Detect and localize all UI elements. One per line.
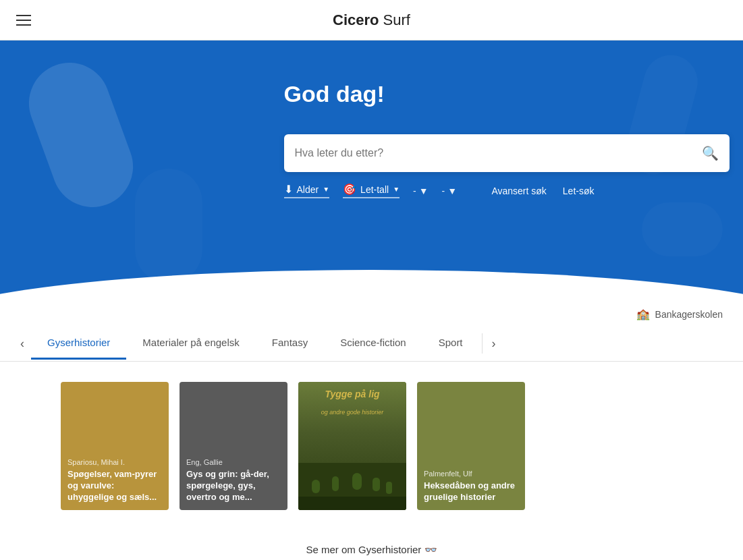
books-section: Spariosu, Mihai I. Spøgelser, vam-pyrer …: [0, 362, 743, 524]
hero-section: God dag! 🔍 ⬇ Alder ▼ 🎯 Let-tall ▼ - ▼ -: [0, 40, 743, 297]
svg-rect-6: [298, 497, 406, 510]
age-icon: ⬇: [284, 183, 293, 196]
simple-search-link[interactable]: Let-søk: [563, 186, 595, 196]
hero-content: God dag! 🔍 ⬇ Alder ▼ 🎯 Let-tall ▼ - ▼ -: [136, 81, 608, 198]
book-graveyard-illustration: [298, 463, 406, 510]
tab-divider: [482, 333, 483, 354]
filter-range-1[interactable]: - ▼: [413, 186, 429, 196]
tab-prev-arrow[interactable]: ‹: [13, 326, 31, 361]
tabs-container: ‹ Gyserhistorier Materialer på engelsk F…: [0, 326, 743, 362]
lettall-icon: 🎯: [343, 183, 356, 196]
search-icon[interactable]: 🔍: [702, 145, 719, 161]
see-more-section: Se mer om Gyserhistorier 👓: [0, 524, 743, 560]
book-cover-subtitle: og andre gode historier: [298, 409, 406, 416]
svg-rect-3: [352, 473, 362, 490]
book-author: Spariosu, Mihai I.: [67, 458, 162, 466]
tab-gyserhistorier[interactable]: Gyserhistorier: [31, 327, 126, 360]
dash2-chevron-icon: ▼: [447, 186, 457, 196]
svg-rect-4: [373, 478, 380, 491]
search-input[interactable]: [295, 147, 702, 159]
tab-materialer-engelsk[interactable]: Materialer på engelsk: [126, 327, 255, 360]
lettall-chevron-icon: ▼: [393, 186, 400, 193]
svg-rect-5: [386, 482, 392, 494]
book-author: Eng, Gallie: [186, 458, 281, 466]
advanced-search-link[interactable]: Avansert søk: [491, 186, 546, 196]
books-grid: Spariosu, Mihai I. Spøgelser, vam-pyrer …: [61, 382, 682, 510]
svg-rect-2: [332, 476, 339, 491]
book-title: Gys og grin: gå-der, spørgelege, gys, ov…: [186, 469, 281, 503]
school-badge: 🏫 Bankagerskolen: [0, 297, 743, 326]
search-bar: 🔍: [284, 134, 730, 172]
app-title: Cicero Surf: [333, 11, 410, 29]
school-icon: 🏫: [636, 308, 650, 320]
age-chevron-icon: ▼: [323, 186, 329, 193]
decorative-blob-1: [18, 51, 144, 219]
see-more-icon: 👓: [424, 544, 437, 555]
header: Cicero Surf: [0, 0, 743, 40]
tab-fantasy[interactable]: Fantasy: [256, 327, 324, 360]
tab-science-fiction[interactable]: Science-fiction: [324, 327, 422, 360]
book-author: Palmenfelt, Ulf: [424, 470, 518, 478]
dash1-chevron-icon: ▼: [419, 186, 429, 196]
book-cover-title: Tygge på lig: [298, 389, 406, 399]
school-name: Bankagerskolen: [655, 309, 723, 320]
book-card[interactable]: Tygge på lig og andre gode historier: [298, 382, 406, 510]
book-title: Spøgelser, vam-pyrer og varulve: uhyggel…: [67, 469, 162, 503]
menu-button[interactable]: [16, 15, 31, 26]
tab-sport[interactable]: Sport: [422, 327, 479, 360]
svg-rect-1: [312, 480, 320, 493]
search-links: Avansert søk Let-søk: [491, 186, 594, 196]
filter-lettall[interactable]: 🎯 Let-tall ▼: [343, 183, 400, 198]
tab-next-arrow[interactable]: ›: [485, 326, 503, 361]
book-card[interactable]: Palmenfelt, Ulf Heksedåben og andre grue…: [417, 382, 525, 510]
decorative-blob-4: [642, 202, 723, 256]
greeting-text: God dag!: [284, 81, 595, 107]
filter-range-2[interactable]: - ▼: [442, 186, 458, 196]
book-title: Heksedåben og andre gruelige historier: [424, 480, 518, 503]
filter-age[interactable]: ⬇ Alder ▼: [284, 183, 330, 198]
filters-row: ⬇ Alder ▼ 🎯 Let-tall ▼ - ▼ - ▼ Avansert …: [284, 183, 595, 198]
book-card[interactable]: Eng, Gallie Gys og grin: gå-der, spørgel…: [180, 382, 287, 510]
see-more-link[interactable]: Se mer om Gyserhistorier 👓: [306, 544, 437, 555]
book-card[interactable]: Spariosu, Mihai I. Spøgelser, vam-pyrer …: [61, 382, 169, 510]
